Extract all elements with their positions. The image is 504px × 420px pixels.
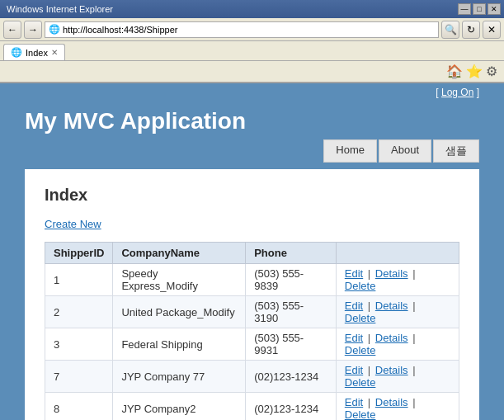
edit-link[interactable]: Edit [345, 332, 363, 344]
cell-actions: Edit | Details | Delete [336, 328, 459, 361]
shippers-table: ShipperID CompanyName Phone 1 Speedy Exp… [45, 242, 459, 420]
cell-actions: Edit | Details | Delete [336, 296, 459, 328]
settings-toolbar-icon[interactable]: ⚙ [486, 64, 497, 79]
edit-link[interactable]: Edit [345, 396, 363, 408]
table-row: 7 JYP Company 77 (02)123-1234 Edit | Det… [45, 361, 459, 393]
stop-button[interactable]: ✕ [483, 21, 501, 39]
nav-sample[interactable]: 샘플 [433, 139, 479, 163]
col-shipperid: ShipperID [45, 243, 113, 264]
logon-bracket-close: ] [473, 87, 479, 98]
tab-close-button[interactable]: ✕ [51, 48, 58, 57]
browser-toolbar: 🏠 ⭐ ⚙ [0, 61, 504, 83]
sep2: | [412, 267, 415, 280]
sep1: | [368, 300, 374, 312]
col-phone: Phone [246, 243, 337, 264]
nav-home[interactable]: Home [323, 139, 377, 163]
table-row: 3 Federal Shipping (503) 555-9931 Edit |… [45, 328, 459, 361]
home-toolbar-icon[interactable]: 🏠 [446, 64, 463, 79]
cell-id: 8 [45, 393, 113, 421]
details-link[interactable]: Details [375, 396, 408, 408]
cell-id: 2 [45, 296, 113, 328]
edit-link[interactable]: Edit [345, 267, 363, 280]
address-text: http://localhost:4438/Shipper [63, 25, 177, 35]
title-bar: Windows Internet Explorer — □ ✕ [0, 0, 504, 18]
cell-phone: (503) 555-3190 [246, 296, 337, 328]
cell-company: JYP Company 77 [113, 361, 246, 393]
table-body: 1 Speedy Express_Modify (503) 555-9839 E… [45, 264, 459, 421]
details-link[interactable]: Details [375, 332, 408, 344]
title-bar-text: Windows Internet Explorer [0, 4, 456, 14]
cell-id: 3 [45, 328, 113, 361]
refresh-button[interactable]: ↻ [462, 21, 480, 39]
cell-company: United Package_Modify [113, 296, 246, 328]
site-title: My MVC Application [25, 108, 479, 134]
col-actions [336, 243, 459, 264]
cell-company: Federal Shipping [113, 328, 246, 361]
forward-button[interactable]: → [24, 21, 42, 39]
cell-actions: Edit | Details | Delete [336, 264, 459, 296]
details-link[interactable]: Details [375, 300, 408, 312]
delete-link[interactable]: Delete [345, 376, 376, 389]
tab-icon: 🌐 [11, 47, 22, 58]
site-header: My MVC Application Home About 샘플 [25, 101, 479, 163]
edit-link[interactable]: Edit [345, 300, 363, 312]
tab-bar: 🌐 Index ✕ [0, 41, 504, 61]
sep2: | [412, 300, 415, 312]
edit-link[interactable]: Edit [345, 364, 363, 376]
page-wrapper: [ Log On ] My MVC Application Home About… [0, 83, 504, 420]
search-button[interactable]: 🔍 [441, 21, 459, 39]
cell-actions: Edit | Details | Delete [336, 393, 459, 421]
sep2: | [412, 332, 415, 344]
col-companyname: CompanyName [113, 243, 246, 264]
sep2: | [412, 364, 415, 376]
address-bar[interactable]: 🌐 http://localhost:4438/Shipper [45, 21, 439, 38]
minimize-button[interactable]: — [458, 3, 471, 15]
logon-bracket-open: [ [436, 87, 441, 98]
delete-link[interactable]: Delete [345, 280, 376, 292]
table-header-row: ShipperID CompanyName Phone [45, 243, 459, 264]
sep1: | [368, 396, 374, 408]
cell-phone: (02)123-1234 [246, 393, 337, 421]
back-button[interactable]: ← [3, 21, 21, 39]
cell-id: 1 [45, 264, 113, 296]
content-area: Index Create New ShipperID CompanyName P… [25, 169, 479, 420]
delete-link[interactable]: Delete [345, 408, 376, 420]
cell-actions: Edit | Details | Delete [336, 361, 459, 393]
details-link[interactable]: Details [375, 364, 408, 376]
sep1: | [368, 267, 374, 280]
table-row: 2 United Package_Modify (503) 555-3190 E… [45, 296, 459, 328]
sep1: | [368, 364, 374, 376]
delete-link[interactable]: Delete [345, 344, 376, 356]
logon-bar: [ Log On ] [25, 83, 479, 101]
cell-company: JYP Company2 [113, 393, 246, 421]
cell-id: 7 [45, 361, 113, 393]
cell-phone: (503) 555-9839 [246, 264, 337, 296]
cell-company: Speedy Express_Modify [113, 264, 246, 296]
nav-bar: ← → 🌐 http://localhost:4438/Shipper 🔍 ↻ … [0, 18, 504, 41]
sep1: | [368, 332, 374, 344]
cell-phone: (02)123-1234 [246, 361, 337, 393]
page-icon: 🌐 [49, 24, 60, 35]
cell-phone: (503) 555-9931 [246, 328, 337, 361]
logon-link[interactable]: Log On [441, 87, 473, 98]
favorites-toolbar-icon[interactable]: ⭐ [466, 64, 483, 79]
sep2: | [412, 396, 415, 408]
table-row: 1 Speedy Express_Modify (503) 555-9839 E… [45, 264, 459, 296]
nav-about[interactable]: About [379, 139, 431, 163]
tab-label: Index [26, 48, 48, 58]
maximize-button[interactable]: □ [473, 3, 486, 15]
nav-menu: Home About 샘플 [25, 139, 479, 163]
create-new-link[interactable]: Create New [45, 218, 101, 230]
close-button[interactable]: ✕ [488, 3, 501, 15]
page-heading: Index [45, 186, 459, 205]
table-head: ShipperID CompanyName Phone [45, 243, 459, 264]
table-row: 8 JYP Company2 (02)123-1234 Edit | Detai… [45, 393, 459, 421]
delete-link[interactable]: Delete [345, 312, 376, 324]
browser-tab[interactable]: 🌐 Index ✕ [3, 44, 65, 60]
details-link[interactable]: Details [375, 267, 408, 280]
